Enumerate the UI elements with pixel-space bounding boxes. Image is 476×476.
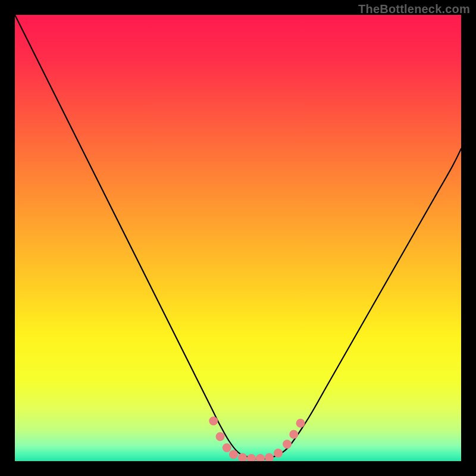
marker-dot — [223, 443, 231, 452]
marker-dot — [229, 450, 238, 459]
marker-dot — [289, 430, 298, 439]
bottleneck-curve — [15, 15, 461, 459]
marker-dot — [283, 440, 292, 449]
plot-area — [15, 15, 461, 461]
highlight-markers — [209, 416, 305, 461]
watermark-text: TheBottleneck.com — [358, 2, 470, 16]
marker-dot — [265, 453, 274, 462]
marker-dot — [274, 449, 283, 458]
marker-dot — [209, 416, 218, 425]
marker-dot — [216, 432, 225, 441]
marker-dot — [296, 419, 305, 428]
marker-dot — [238, 453, 247, 462]
chart-frame: TheBottleneck.com — [0, 0, 476, 476]
chart-svg — [15, 15, 461, 461]
marker-dot — [256, 454, 265, 461]
marker-dot — [247, 454, 256, 461]
